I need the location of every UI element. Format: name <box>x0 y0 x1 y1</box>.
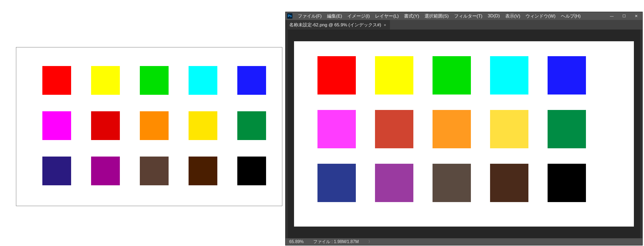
chevron-right-icon[interactable]: 〉 <box>368 239 372 244</box>
menu-window[interactable]: ウィンドウ(W) <box>523 12 558 20</box>
minimize-button[interactable]: — <box>606 12 618 20</box>
ref-swatch-6 <box>42 111 71 140</box>
menu-3d[interactable]: 3D(D) <box>485 12 502 20</box>
photoshop-logo-icon: Ps <box>287 13 292 19</box>
menu-file[interactable]: ファイル(F) <box>295 12 324 20</box>
document-canvas[interactable] <box>294 41 634 227</box>
menu-select[interactable]: 選択範囲(S) <box>422 12 451 20</box>
document-tab[interactable]: 名称未設定-62.png @ 65.9% (インデックス#) × <box>286 20 390 30</box>
maximize-button[interactable]: ☐ <box>618 12 630 20</box>
menu-edit[interactable]: 編集(E) <box>324 12 345 20</box>
canvas-swatch-8 <box>433 110 471 148</box>
canvas-swatch-grid <box>317 56 586 202</box>
close-window-button[interactable]: ✕ <box>630 12 642 20</box>
ref-swatch-3 <box>140 66 169 95</box>
menu-type[interactable]: 書式(Y) <box>401 12 422 20</box>
ref-swatch-12 <box>91 157 120 185</box>
ref-swatch-9 <box>189 111 217 140</box>
reference-image-frame <box>16 47 282 206</box>
canvas-swatch-13 <box>433 164 471 202</box>
photoshop-window: Ps ファイル(F) 編集(E) イメージ(I) レイヤー(L) 書式(Y) 選… <box>286 12 642 245</box>
canvas-swatch-4 <box>490 56 528 95</box>
status-bar: 65.89% ファイル : 1.98M/1.87M 〉 <box>286 238 642 245</box>
canvas-swatch-14 <box>490 164 528 202</box>
menu-bar: Ps ファイル(F) 編集(E) イメージ(I) レイヤー(L) 書式(Y) 選… <box>286 12 642 20</box>
ref-swatch-1 <box>42 66 71 95</box>
canvas-swatch-12 <box>375 164 413 202</box>
menu-help[interactable]: ヘルプ(H) <box>558 12 584 20</box>
canvas-swatch-11 <box>317 164 356 202</box>
canvas-swatch-5 <box>548 56 586 95</box>
canvas-swatch-9 <box>490 110 528 148</box>
close-tab-icon[interactable]: × <box>384 23 386 27</box>
document-tab-title: 名称未設定-62.png @ 65.9% (インデックス#) <box>289 22 381 28</box>
reference-swatch-grid <box>42 66 266 185</box>
canvas-swatch-1 <box>317 56 356 95</box>
menu-filter[interactable]: フィルター(T) <box>451 12 485 20</box>
ref-swatch-7 <box>91 111 120 140</box>
canvas-swatch-3 <box>433 56 471 95</box>
ref-swatch-14 <box>189 157 217 185</box>
canvas-swatch-6 <box>317 110 356 148</box>
canvas-area[interactable] <box>288 30 640 238</box>
file-info[interactable]: ファイル : 1.98M/1.87M <box>313 239 359 245</box>
menu-view[interactable]: 表示(V) <box>503 12 523 20</box>
zoom-level[interactable]: 65.89% <box>289 239 304 244</box>
ref-swatch-15 <box>237 157 266 185</box>
ref-swatch-5 <box>237 66 266 95</box>
canvas-swatch-15 <box>548 164 586 202</box>
ref-swatch-4 <box>189 66 217 95</box>
window-controls: — ☐ ✕ <box>606 12 642 20</box>
ref-swatch-8 <box>140 111 169 140</box>
ref-swatch-13 <box>140 157 169 185</box>
canvas-swatch-7 <box>375 110 413 148</box>
canvas-swatch-10 <box>548 110 586 148</box>
ref-swatch-11 <box>42 157 71 185</box>
menu-layer[interactable]: レイヤー(L) <box>372 12 401 20</box>
ref-swatch-2 <box>91 66 120 95</box>
document-tab-bar: 名称未設定-62.png @ 65.9% (インデックス#) × <box>286 20 642 30</box>
canvas-swatch-2 <box>375 56 413 95</box>
ref-swatch-10 <box>237 111 266 140</box>
menu-image[interactable]: イメージ(I) <box>345 12 372 20</box>
